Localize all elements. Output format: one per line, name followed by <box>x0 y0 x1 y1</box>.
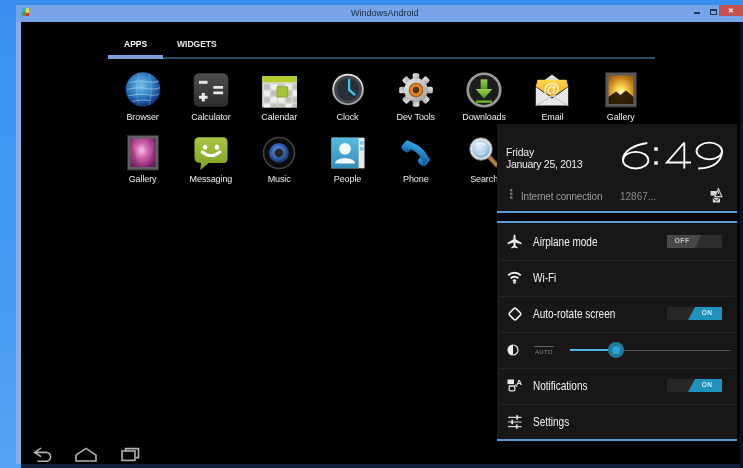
svg-text:A: A <box>516 378 522 387</box>
